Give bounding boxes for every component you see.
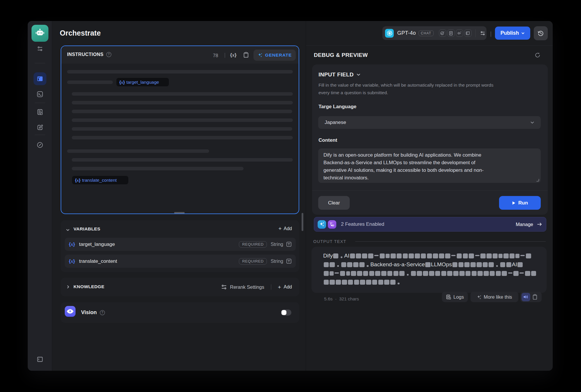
svg-text:?: ? — [108, 53, 110, 56]
svg-text:T: T — [330, 222, 332, 225]
svg-text:?: ? — [101, 311, 103, 314]
